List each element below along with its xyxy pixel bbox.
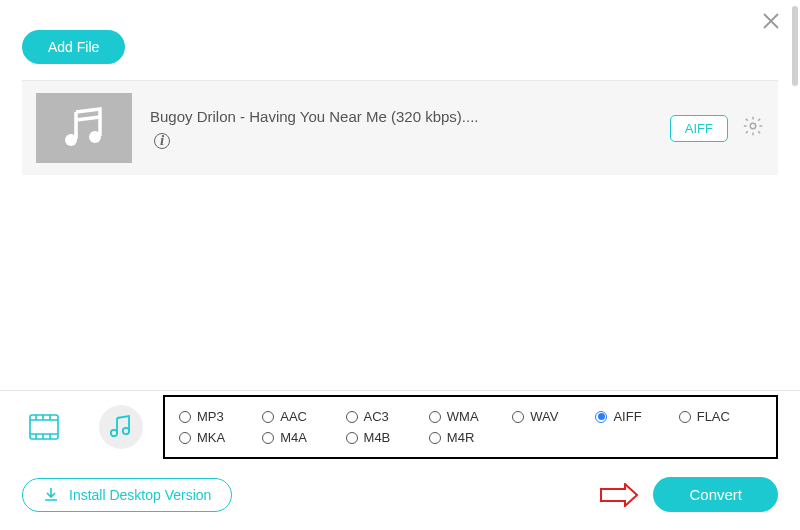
convert-button[interactable]: Convert <box>653 477 778 512</box>
format-option-m4a[interactable]: M4A <box>262 430 345 445</box>
footer: Install Desktop Version Convert <box>0 463 800 530</box>
audio-tab[interactable] <box>99 405 143 449</box>
install-desktop-label: Install Desktop Version <box>69 487 211 503</box>
download-icon <box>43 487 59 503</box>
video-tab[interactable] <box>22 405 66 449</box>
format-option-label: MKA <box>197 430 225 445</box>
toolbar: Add File <box>0 0 800 74</box>
radio-icon <box>595 411 607 423</box>
format-option-label: M4B <box>364 430 391 445</box>
radio-icon <box>429 432 441 444</box>
format-option-mka[interactable]: MKA <box>179 430 262 445</box>
format-option-ac3[interactable]: AC3 <box>346 409 429 424</box>
format-option-wma[interactable]: WMA <box>429 409 512 424</box>
format-grid: MP3AACAC3WMAWAVAIFFFLACMKAM4AM4BM4R <box>163 395 778 459</box>
format-option-wav[interactable]: WAV <box>512 409 595 424</box>
format-option-label: AC3 <box>364 409 389 424</box>
footer-right: Convert <box>599 477 778 512</box>
arrow-annotation-icon <box>599 483 639 507</box>
file-row: Bugoy Drilon - Having You Near Me (320 k… <box>22 80 778 175</box>
add-file-button[interactable]: Add File <box>22 30 125 64</box>
radio-icon <box>262 411 274 423</box>
bottom-area: MP3AACAC3WMAWAVAIFFFLACMKAM4AM4BM4R Inst… <box>0 390 800 530</box>
info-icon[interactable]: i <box>154 133 170 149</box>
format-option-label: WMA <box>447 409 479 424</box>
format-option-label: AAC <box>280 409 307 424</box>
format-option-label: M4A <box>280 430 307 445</box>
format-option-label: M4R <box>447 430 474 445</box>
file-meta: Bugoy Drilon - Having You Near Me (320 k… <box>150 108 652 149</box>
format-option-aiff[interactable]: AIFF <box>595 409 678 424</box>
radio-icon <box>346 411 358 423</box>
radio-icon <box>346 432 358 444</box>
radio-icon <box>429 411 441 423</box>
radio-icon <box>512 411 524 423</box>
svg-point-2 <box>750 123 756 129</box>
file-controls: AIFF <box>670 115 764 142</box>
scrollbar[interactable] <box>792 6 798 86</box>
radio-icon <box>262 432 274 444</box>
format-option-label: AIFF <box>613 409 641 424</box>
format-option-label: MP3 <box>197 409 224 424</box>
file-title: Bugoy Drilon - Having You Near Me (320 k… <box>150 108 652 125</box>
format-option-m4r[interactable]: M4R <box>429 430 512 445</box>
svg-point-0 <box>65 134 77 146</box>
gear-icon[interactable] <box>742 115 764 141</box>
radio-icon <box>179 432 191 444</box>
svg-rect-3 <box>30 415 58 439</box>
format-option-label: WAV <box>530 409 558 424</box>
close-icon[interactable] <box>762 12 780 34</box>
format-option-mp3[interactable]: MP3 <box>179 409 262 424</box>
format-option-flac[interactable]: FLAC <box>679 409 762 424</box>
radio-icon <box>679 411 691 423</box>
svg-point-1 <box>89 131 101 143</box>
format-option-aac[interactable]: AAC <box>262 409 345 424</box>
file-thumbnail <box>36 93 132 163</box>
format-panel: MP3AACAC3WMAWAVAIFFFLACMKAM4AM4BM4R <box>0 390 800 463</box>
radio-icon <box>179 411 191 423</box>
install-desktop-button[interactable]: Install Desktop Version <box>22 478 232 512</box>
format-option-label: FLAC <box>697 409 730 424</box>
media-type-tabs <box>22 391 153 463</box>
music-note-icon <box>60 106 108 150</box>
format-option-m4b[interactable]: M4B <box>346 430 429 445</box>
format-badge[interactable]: AIFF <box>670 115 728 142</box>
